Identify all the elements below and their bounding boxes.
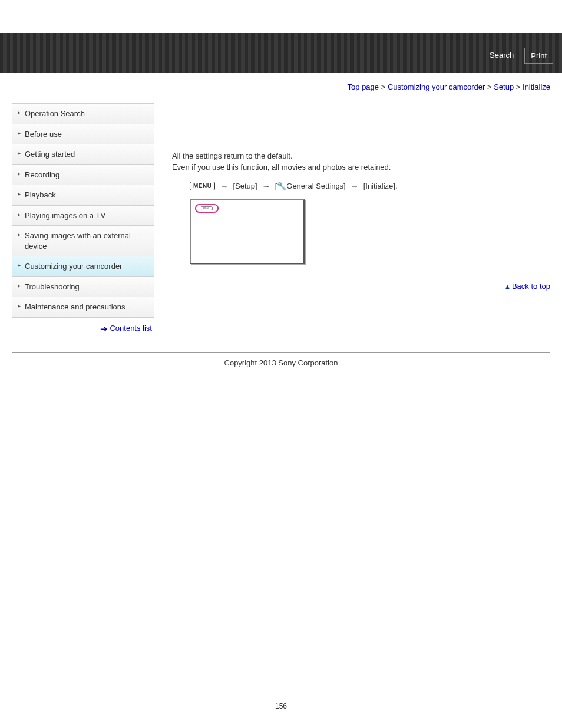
- sidebar-item[interactable]: Before use: [12, 124, 154, 144]
- header-bar: Search Print: [0, 33, 562, 73]
- content-p2: Even if you use this function, all movie…: [172, 162, 550, 173]
- sidebar-item[interactable]: Playing images on a TV: [12, 205, 154, 226]
- back-to-top-row: ▲Back to top: [172, 282, 550, 291]
- contents-list-row: ➔Contents list: [12, 318, 154, 334]
- arrow-right-icon: →: [220, 182, 228, 191]
- sidebar-item[interactable]: Getting started: [12, 144, 154, 164]
- content-divider: [172, 136, 550, 136]
- arrow-right-icon: ➔: [100, 324, 108, 334]
- copyright: Copyright 2013 Sony Corporation: [0, 353, 562, 379]
- wrench-icon: 🔧: [277, 182, 286, 190]
- sidebar-item[interactable]: Troubleshooting: [12, 276, 154, 297]
- path-setup: [Setup]: [233, 182, 257, 190]
- breadcrumb-setup[interactable]: Setup: [494, 83, 514, 91]
- screen-menu-label: MENU: [201, 206, 213, 210]
- sidebar-item[interactable]: Saving images with an external device: [12, 225, 154, 256]
- contents-list-link[interactable]: Contents list: [110, 324, 152, 332]
- path-initialize: [Initialize].: [363, 182, 398, 190]
- print-button[interactable]: Print: [524, 48, 553, 64]
- back-to-top-link[interactable]: Back to top: [512, 282, 550, 291]
- menu-box-icon: MENU: [190, 182, 215, 190]
- search-button[interactable]: Search: [484, 48, 520, 64]
- menu-path: MENU → [Setup] → [🔧General Settings] → […: [172, 182, 550, 191]
- path-general: [🔧General Settings]: [275, 182, 346, 190]
- breadcrumb: Top page > Customizing your camcorder > …: [0, 73, 562, 103]
- arrow-right-icon: →: [351, 182, 359, 191]
- screen-illustration: MENU: [190, 199, 305, 264]
- breadcrumb-initialize[interactable]: Initialize: [523, 83, 550, 91]
- up-triangle-icon: ▲: [504, 283, 511, 290]
- main-content: All the settings return to the default. …: [154, 103, 550, 334]
- arrow-right-icon: →: [262, 182, 270, 191]
- content-p1: All the settings return to the default.: [172, 151, 550, 162]
- sidebar: Operation SearchBefore useGetting starte…: [12, 103, 154, 334]
- screen-menu-highlight: MENU: [195, 204, 219, 213]
- breadcrumb-customizing[interactable]: Customizing your camcorder: [388, 83, 485, 91]
- sidebar-item[interactable]: Operation Search: [12, 103, 154, 124]
- breadcrumb-top-page[interactable]: Top page: [348, 83, 379, 91]
- sidebar-item[interactable]: Playback: [12, 185, 154, 205]
- sidebar-item[interactable]: Maintenance and precautions: [12, 297, 154, 318]
- sidebar-item[interactable]: Recording: [12, 164, 154, 185]
- sidebar-item[interactable]: Customizing your camcorder: [12, 256, 154, 276]
